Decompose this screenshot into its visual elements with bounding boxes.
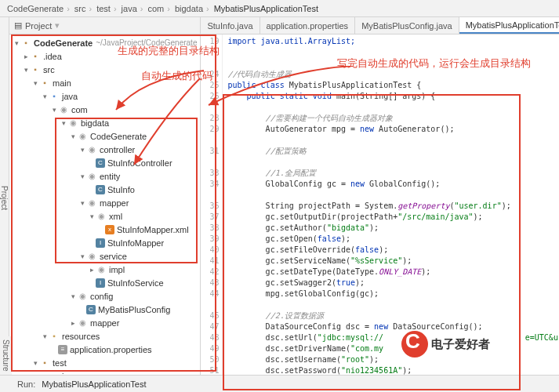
crumb[interactable]: bigdata xyxy=(172,4,212,13)
crumb[interactable]: src xyxy=(72,4,94,13)
project-tree[interactable]: ▾▪CodeGenerate~/JavaProject/CodeGenerate… xyxy=(9,34,200,375)
breadcrumb-bar: CodeGenerate src test java com bigdata M… xyxy=(0,0,559,17)
code-editor[interactable]: import java.util.ArrayList; //代码自动生成器 pu… xyxy=(223,34,559,375)
crumb[interactable]: MybatisPlusApplicationTest xyxy=(212,4,321,13)
project-tool-tab[interactable]: Project xyxy=(0,17,9,375)
structure-tool-tab[interactable]: Structure xyxy=(0,336,12,375)
tab[interactable]: MyBatisPlusConfig.java xyxy=(355,17,459,34)
tab[interactable]: application.properties xyxy=(260,17,356,34)
crumb[interactable]: CodeGenerate xyxy=(5,4,72,13)
panel-title: Project xyxy=(25,21,52,31)
editor-tabs: StuInfo.java application.properties MyBa… xyxy=(201,17,559,34)
tab[interactable]: StuInfo.java xyxy=(201,17,260,34)
run-toolwindow-bar[interactable]: Run: MybatisPlusApplicationTest xyxy=(0,375,559,392)
crumb[interactable]: java xyxy=(119,4,146,13)
crumb[interactable]: com xyxy=(145,4,172,13)
line-gutter: 1924252628293133343637383940414243444647… xyxy=(201,34,223,375)
project-panel: ▤ Project ▾ ▾▪CodeGenerate~/JavaProject/… xyxy=(9,17,201,375)
editor-area: StuInfo.java application.properties MyBa… xyxy=(201,17,559,375)
crumb[interactable]: test xyxy=(94,4,118,13)
project-icon: ▤ xyxy=(14,20,22,31)
panel-header: ▤ Project ▾ xyxy=(9,17,200,34)
tab-active[interactable]: MybatisPlusApplicationTest.java xyxy=(459,17,559,34)
